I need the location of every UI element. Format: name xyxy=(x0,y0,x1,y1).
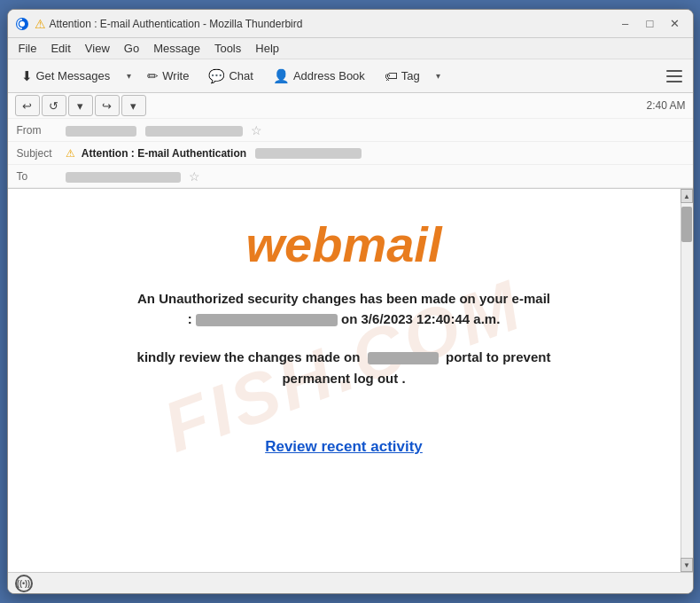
menu-bar: File Edit View Go Message Tools Help xyxy=(8,38,693,59)
security-colon: : xyxy=(188,311,196,326)
subject-value: ⚠ Attention : E-mail Authentication xyxy=(66,147,684,160)
tag-icon: 🏷 xyxy=(385,68,398,83)
connection-icon-text: ((•)) xyxy=(17,579,30,588)
status-bar: ((•)) xyxy=(8,572,693,593)
security-message: An Unauthorized security changes has bee… xyxy=(26,289,663,329)
thunderbird-window: ⚠ Attention : E-mail Authentication - Mo… xyxy=(7,9,694,594)
address-book-button[interactable]: 👤 Address Book xyxy=(265,63,373,90)
window-controls: – □ ✕ xyxy=(615,15,686,33)
thunderbird-icon xyxy=(15,17,29,31)
title-warning-icon: ⚠ xyxy=(35,17,46,31)
chat-label: Chat xyxy=(229,69,253,82)
title-text: Attention : E-mail Authentication - Mozi… xyxy=(50,18,615,30)
menu-go[interactable]: Go xyxy=(117,40,146,57)
from-row: From ☆ xyxy=(8,119,693,142)
security-line1: An Unauthorized security changes has bee… xyxy=(137,291,550,306)
review-activity-link[interactable]: Review recent activity xyxy=(265,438,423,456)
close-button[interactable]: ✕ xyxy=(665,15,686,33)
scrollbar-up-arrow[interactable]: ▲ xyxy=(681,189,693,203)
scrollbar-thumb[interactable] xyxy=(681,207,692,242)
title-bar: ⚠ Attention : E-mail Authentication - Mo… xyxy=(8,10,693,38)
hamburger-line-2 xyxy=(666,75,682,77)
to-star-icon[interactable]: ☆ xyxy=(189,169,200,184)
toolbar: ⬇ Get Messages ▾ ✏ Write 💬 Chat 👤 Addres… xyxy=(8,59,693,93)
email-content: FISH.COM webmail An Unauthorized securit… xyxy=(8,189,681,544)
get-messages-icon: ⬇ xyxy=(21,68,33,84)
subject-label: Subject xyxy=(17,147,66,160)
security-redacted xyxy=(196,314,338,326)
tag-label: Tag xyxy=(401,69,420,82)
portal-prefix: kindly review the changes made on xyxy=(137,349,361,364)
write-icon: ✏ xyxy=(147,68,159,84)
email-body: FISH.COM webmail An Unauthorized securit… xyxy=(8,189,681,572)
from-value: ☆ xyxy=(66,123,684,137)
subject-text: Attention : E-mail Authentication xyxy=(82,147,246,160)
address-book-icon: 👤 xyxy=(273,68,290,84)
hamburger-menu-button[interactable] xyxy=(661,63,688,90)
write-label: Write xyxy=(162,69,189,82)
minimize-button[interactable]: – xyxy=(615,15,636,33)
more-button[interactable]: ▾ xyxy=(121,95,146,116)
chat-icon: 💬 xyxy=(208,68,225,84)
menu-file[interactable]: File xyxy=(12,40,44,57)
from-redacted-1 xyxy=(66,126,136,137)
chat-button[interactable]: 💬 Chat xyxy=(200,63,261,90)
reply-button[interactable]: ↺ xyxy=(42,95,66,116)
subject-redacted xyxy=(255,148,362,159)
content-inner: webmail An Unauthorized security changes… xyxy=(26,215,663,456)
svg-point-1 xyxy=(19,21,25,27)
menu-view[interactable]: View xyxy=(78,40,117,57)
get-messages-button[interactable]: ⬇ Get Messages xyxy=(13,63,119,90)
email-body-wrapper: FISH.COM webmail An Unauthorized securit… xyxy=(8,189,693,572)
reply-dropdown[interactable]: ▾ xyxy=(68,95,93,116)
from-label: From xyxy=(17,124,66,137)
from-redacted-2 xyxy=(145,126,243,137)
tag-button[interactable]: 🏷 Tag xyxy=(377,63,428,90)
address-book-label: Address Book xyxy=(293,69,365,82)
portal-suffix: portal to prevent xyxy=(446,349,550,364)
hamburger-line-1 xyxy=(666,70,682,72)
portal-redacted xyxy=(368,352,439,364)
to-redacted xyxy=(66,172,181,183)
subject-warning-icon: ⚠ xyxy=(66,147,75,160)
to-value: ☆ xyxy=(66,169,684,184)
menu-tools[interactable]: Tools xyxy=(207,40,248,57)
get-messages-label: Get Messages xyxy=(36,69,111,82)
back-button[interactable]: ↩ xyxy=(15,95,40,116)
get-messages-dropdown[interactable]: ▾ xyxy=(121,63,136,90)
from-star-icon[interactable]: ☆ xyxy=(251,123,262,137)
maximize-button[interactable]: □ xyxy=(640,15,661,33)
menu-message[interactable]: Message xyxy=(146,40,207,57)
menu-help[interactable]: Help xyxy=(248,40,286,57)
to-label: To xyxy=(17,170,66,183)
email-header: ↩ ↺ ▾ ↪ ▾ 2:40 AM From ☆ Subject ⚠ Atten… xyxy=(8,93,693,189)
security-date-text: on 3/6/2023 12:40:44 a.m. xyxy=(341,311,500,326)
menu-edit[interactable]: Edit xyxy=(43,40,77,57)
subject-row: Subject ⚠ Attention : E-mail Authenticat… xyxy=(8,142,693,165)
write-button[interactable]: ✏ Write xyxy=(139,63,197,90)
forward-button[interactable]: ↪ xyxy=(95,95,120,116)
scrollbar-down-arrow[interactable]: ▼ xyxy=(681,558,693,572)
webmail-logo: webmail xyxy=(26,215,663,273)
portal-line2: permanent log out . xyxy=(282,371,405,386)
portal-message: kindly review the changes made on portal… xyxy=(26,347,663,389)
hamburger-line-3 xyxy=(666,81,682,82)
tag-dropdown[interactable]: ▾ xyxy=(432,63,446,90)
scrollbar-track: ▲ ▼ xyxy=(681,189,693,572)
connection-status-icon: ((•)) xyxy=(15,575,33,592)
reply-toolbar: ↩ ↺ ▾ ↪ ▾ 2:40 AM xyxy=(8,93,693,119)
to-row: To ☆ xyxy=(8,165,693,188)
email-timestamp: 2:40 AM xyxy=(646,99,685,112)
